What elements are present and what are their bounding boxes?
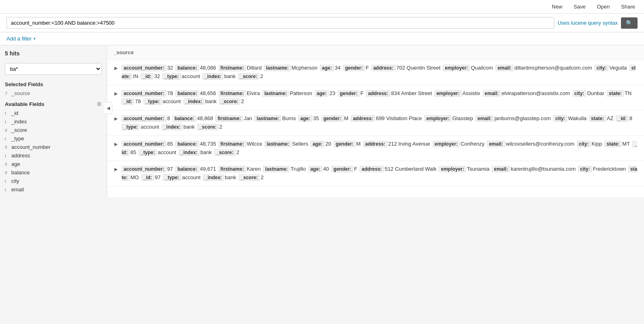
field-val: 212 Irving Avenue [388,141,430,147]
field-val: Wakulla [568,115,587,121]
field-key: firstname: [219,90,246,97]
field-key: age: [320,65,334,71]
field-key: _index: [162,124,183,130]
search-icon: 🔍 [626,20,633,26]
sidebar-item-_type[interactable]: t_type [0,134,107,143]
search-button[interactable]: 🔍 [621,17,638,29]
field-val: 2 [241,98,244,104]
field-key: balance: [175,65,199,71]
field-val: account [141,124,159,130]
field-key: lastname: [263,166,290,172]
new-button[interactable]: New [549,3,565,11]
row-content: account_number:32balance:48,086firstname… [122,64,638,81]
field-val: 85 [130,149,136,155]
row-content: account_number:97balance:49,671firstname… [122,165,638,182]
table-row: ▶account_number:78balance:48,656firstnam… [107,85,644,111]
field-val: account [182,174,201,180]
share-button[interactable]: Share [619,3,638,11]
field-key: account_number: [122,115,166,122]
sidebar-item-email[interactable]: temail [0,185,107,194]
field-key: gender: [334,141,356,147]
field-val: 2 [236,149,239,155]
field-val: F [360,90,364,96]
field-val: 85 [167,141,173,147]
field-val: Dillard [247,65,262,71]
field-key: _score: [197,124,219,130]
field-val: IN [133,73,138,79]
sidebar: 5 hits ba* Selected Fields ? _source Ava… [0,45,107,197]
field-key: city: [594,65,608,71]
field-name-label: _type [11,136,24,142]
field-key: _type: [162,73,181,80]
field-key: age: [298,115,312,122]
field-val: 34 [335,65,341,71]
field-val: M [356,141,361,147]
field-val: bank [200,149,212,155]
field-type-badge: t [5,111,9,116]
field-name-label: address [11,152,30,159]
field-key: state: [604,141,621,147]
field-key: _index: [203,174,224,181]
field-val: janburns@glasstep.com [495,115,551,121]
field-key: city: [553,115,567,122]
sidebar-item-city[interactable]: tcity [0,177,107,185]
field-type-badge: t [5,187,9,192]
field-key: _id: [616,115,628,122]
field-key: firstname: [219,65,246,71]
source-type-badge: ? [5,91,9,96]
expand-row-button[interactable]: ▶ [114,65,118,72]
field-key: city: [578,166,592,172]
field-val: 2 [260,73,263,79]
save-button[interactable]: Save [571,3,588,11]
field-val: Fredericktown [593,166,626,172]
field-val: bank [183,124,195,130]
field-type-badge: t [5,119,9,124]
field-val: MT [622,141,630,147]
gear-icon[interactable]: ⚙ [97,101,102,107]
field-key: address: [360,166,384,172]
sidebar-item-_score[interactable]: #_score [0,126,107,134]
field-key: _type: [163,174,181,181]
results-rows: ▶account_number:32balance:48,086firstnam… [107,60,644,186]
field-val: Wilcox [247,141,262,147]
sidebar-item-account_number[interactable]: #account_number [0,143,107,151]
field-val: Sellers [292,141,308,147]
field-val: 2 [261,174,263,180]
field-val: account [158,149,176,155]
field-val: Kipp [591,141,602,147]
collapse-sidebar-button[interactable]: ◀ [104,102,112,114]
field-val: 8 [167,115,170,121]
field-key: gender: [338,90,360,97]
add-filter-link[interactable]: Add a filter + [6,36,36,42]
field-type-badge: # [5,145,9,150]
field-val: 20 [325,141,331,147]
field-val: Patterson [290,90,312,96]
field-val: 97 [155,174,160,180]
field-name-label: age [11,161,20,167]
search-input[interactable] [6,17,554,29]
expand-row-button[interactable]: ▶ [114,141,118,148]
index-selector[interactable]: ba* [5,63,102,75]
results-column-header: _source [107,45,644,60]
table-row: ▶account_number:32balance:48,086firstnam… [107,60,644,85]
field-key: email: [495,65,514,71]
expand-row-button[interactable]: ▶ [114,166,118,173]
sidebar-item-address[interactable]: taddress [0,151,107,160]
expand-row-button[interactable]: ▶ [114,115,118,122]
expand-row-button[interactable]: ▶ [114,90,118,97]
lucene-link[interactable]: Uses lucene query syntax [558,20,618,26]
field-name-label: _score [11,127,27,133]
sidebar-item-age[interactable]: #age [0,160,107,168]
field-type-badge: # [5,162,9,167]
sidebar-item-balance[interactable]: #balance [0,168,107,177]
open-button[interactable]: Open [594,3,612,11]
sidebar-item-_id[interactable]: t_id [0,109,107,117]
field-val: 699 Visitation Place [376,115,422,121]
sidebar-item-source[interactable]: ? _source [0,89,107,97]
field-key: gender: [343,65,365,71]
sidebar-item-_index[interactable]: t_index [0,117,107,126]
field-key: age: [311,141,325,147]
field-key: employer: [439,166,466,172]
field-val: Karen [247,166,261,172]
field-val: Confrenzy [461,141,484,147]
